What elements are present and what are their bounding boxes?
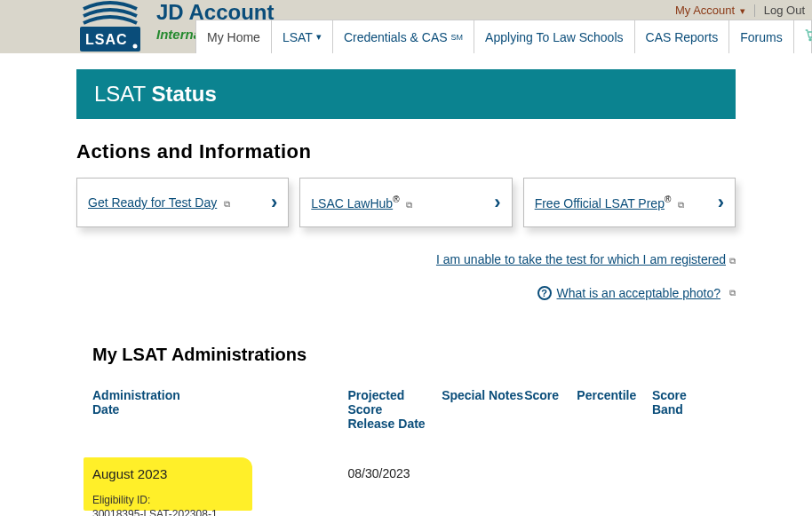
photo-link[interactable]: What is an acceptable photo? — [557, 286, 720, 300]
action-cards: Get Ready for Test Day ⧉ › LSAC LawHub® … — [76, 178, 736, 227]
nav-credentials[interactable]: Credentials & CASSM — [333, 20, 474, 53]
eligibility-id: 30018395-LSAT-202308-1 — [92, 508, 347, 516]
log-out-link[interactable]: Log Out — [764, 4, 805, 17]
external-link-icon: ⧉ — [729, 288, 736, 298]
status-prefix: LSAT — [94, 82, 151, 106]
external-link-icon: ⧉ — [406, 200, 412, 210]
card-lawhub[interactable]: LSAC LawHub® ⧉ › — [299, 178, 512, 227]
status-word: Status — [151, 82, 216, 106]
svg-point-4 — [809, 39, 811, 41]
col-score: Score — [524, 388, 577, 431]
col-admin-date: Administration Date — [92, 388, 347, 431]
lsac-logo: LSAC — [76, 0, 144, 53]
col-special-notes: Special Notes — [442, 388, 524, 431]
nav-forums[interactable]: Forums — [729, 20, 793, 53]
external-link-icon: ⧉ — [678, 200, 684, 210]
main-nav: My Home LSAT ▾ Credentials & CASSM Apply… — [195, 20, 812, 53]
svg-text:LSAC: LSAC — [85, 32, 128, 47]
table-row: August 2023 Eligibility ID: 30018395-LSA… — [92, 441, 720, 516]
chevron-down-icon: ▾ — [316, 31, 322, 43]
question-icon: ? — [537, 286, 552, 300]
chevron-down-icon: ▾ — [740, 5, 745, 17]
nav-lsat[interactable]: LSAT ▾ — [272, 20, 333, 53]
table-header: Administration Date Projected Score Rele… — [92, 388, 720, 441]
cart-icon — [805, 29, 812, 44]
cell-admin: August 2023 Eligibility ID: 30018395-LSA… — [92, 466, 347, 516]
my-account-link[interactable]: My Account ▾ — [675, 4, 745, 17]
cell-projected: 08/30/2023 — [347, 466, 442, 480]
col-score-band: Score Band — [652, 388, 720, 431]
external-link-icon: ⧉ — [729, 256, 736, 266]
card-free-prep[interactable]: Free Official LSAT Prep® ⧉ › — [523, 178, 736, 227]
actions-heading: Actions and Information — [76, 140, 736, 163]
col-projected: Projected Score Release Date — [347, 388, 442, 431]
card-test-day[interactable]: Get Ready for Test Day ⧉ › — [76, 178, 289, 227]
divider — [754, 4, 755, 17]
chevron-right-icon: › — [494, 191, 500, 214]
nav-applying[interactable]: Applying To Law Schools — [474, 20, 634, 53]
external-link-icon: ⧉ — [224, 199, 230, 210]
nav-my-home[interactable]: My Home — [196, 20, 272, 53]
administrations-table: Administration Date Projected Score Rele… — [76, 388, 736, 516]
administrations-heading: My LSAT Administrations — [92, 345, 736, 365]
unable-link[interactable]: I am unable to take the test for which I… — [436, 252, 726, 266]
nav-cas-reports[interactable]: CAS Reports — [635, 20, 730, 53]
content: Actions and Information Get Ready for Te… — [0, 140, 812, 516]
top-right-links: My Account ▾ Log Out — [675, 4, 805, 17]
col-percentile: Percentile — [577, 388, 652, 431]
chevron-right-icon: › — [718, 191, 724, 214]
right-links: I am unable to take the test for which I… — [76, 252, 736, 300]
eligibility-label: Eligibility ID: — [92, 494, 347, 506]
status-bar: LSAT Status — [76, 69, 736, 119]
chevron-right-icon: › — [271, 191, 277, 214]
top-bar: LSAC JD Account Internal User My Account… — [0, 0, 812, 53]
svg-point-2 — [133, 44, 138, 49]
admin-date: August 2023 — [92, 466, 347, 481]
nav-cart[interactable]: Cart 0 — [794, 20, 812, 53]
